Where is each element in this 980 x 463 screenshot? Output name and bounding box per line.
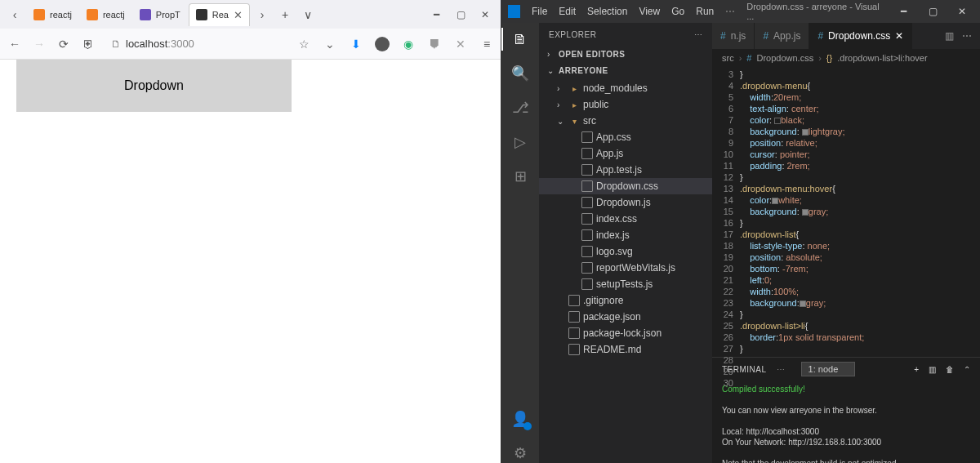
tree-item[interactable]: ›▸node_modules	[539, 80, 712, 96]
split-terminal-icon[interactable]: ▥	[929, 365, 936, 374]
reload-button[interactable]: ⟳	[56, 38, 72, 51]
editor-tab[interactable]: #n.js	[712, 23, 755, 49]
tree-item[interactable]: App.css	[539, 129, 712, 145]
kill-terminal-icon[interactable]: 🗑	[946, 365, 954, 374]
explorer-icon[interactable]: 🗎	[510, 29, 530, 49]
open-editors-section[interactable]: › OPEN EDITORS	[539, 46, 712, 62]
tree-label: package-lock.json	[583, 327, 662, 339]
tree-item[interactable]: Dropdown.css	[539, 178, 712, 194]
editor-tab[interactable]: #Dropdown.css✕	[809, 23, 912, 49]
menu-icon[interactable]: ≡	[479, 37, 494, 51]
tree-item[interactable]: ⌄▾src	[539, 113, 712, 129]
tree-label: index.js	[596, 229, 630, 241]
tree-label: .gitignore	[583, 295, 623, 306]
url-text: localhost:3000	[126, 38, 194, 50]
menu-file[interactable]: File	[532, 6, 547, 17]
browser-tab[interactable]: Rea✕	[189, 3, 250, 26]
new-tab-button[interactable]: +	[274, 8, 296, 21]
tree-item[interactable]: setupTests.js	[539, 276, 712, 292]
file-icon	[581, 197, 593, 208]
ext-icon-3[interactable]: ⛊	[427, 37, 442, 51]
insecure-icon: 🗋	[111, 38, 121, 50]
panel-toggle-icon[interactable]: ⌃	[964, 365, 970, 374]
tree-item[interactable]: App.js	[539, 145, 712, 162]
menu-run[interactable]: Run	[696, 6, 714, 17]
tree-item[interactable]: Dropdown.js	[539, 194, 712, 211]
tree-item[interactable]: reportWebVitals.js	[539, 260, 712, 276]
vs-minimize-button[interactable]: ━	[892, 6, 915, 17]
editor-more-icon[interactable]: ⋯	[962, 30, 972, 42]
chevron-right-icon: ›	[547, 50, 555, 59]
browser-tab[interactable]: reactj	[80, 3, 131, 26]
source-control-icon[interactable]: ⎇	[510, 98, 530, 118]
vs-maximize-button[interactable]: ▢	[921, 6, 944, 17]
tree-label: setupTests.js	[596, 278, 653, 290]
terminal-shell-select[interactable]: 1: node	[801, 362, 856, 376]
tabs-dropdown-icon[interactable]: ∨	[296, 8, 319, 21]
dropdown-menu[interactable]: Dropdown	[16, 60, 292, 112]
editor-tab[interactable]: #App.js	[755, 23, 809, 49]
tree-item[interactable]: index.css	[539, 211, 712, 227]
bookmark-icon[interactable]: ☆	[296, 37, 311, 51]
extensions-icon[interactable]: ⊞	[510, 167, 530, 186]
tree-item[interactable]: ›▸public	[539, 96, 712, 113]
terminal-more-icon[interactable]: ⋯	[777, 365, 785, 374]
back-button[interactable]: ←	[7, 38, 23, 51]
folder-icon: ▸	[568, 82, 580, 94]
accounts-icon[interactable]: 👤	[510, 409, 530, 429]
ext-icon-2[interactable]: ◉	[401, 37, 416, 51]
download-icon[interactable]: ⬇	[349, 37, 363, 51]
menu-overflow-icon[interactable]: ⋯	[725, 6, 735, 17]
tab-next-icon[interactable]: ›	[251, 8, 274, 21]
vs-close-button[interactable]: ✕	[951, 6, 973, 17]
tab-close-icon[interactable]: ✕	[895, 30, 903, 42]
minimap[interactable]	[947, 67, 980, 357]
menu-go[interactable]: Go	[671, 6, 684, 17]
tab-close-icon[interactable]: ✕	[234, 9, 243, 21]
breadcrumbs[interactable]: src› #Dropdown.css› {}.dropdown-list>li:…	[712, 49, 980, 67]
file-icon	[568, 327, 580, 339]
tree-item[interactable]: .gitignore	[539, 292, 712, 309]
tree-item[interactable]: index.js	[539, 227, 712, 243]
tree-label: node_modules	[583, 82, 648, 94]
tree-item[interactable]: App.test.js	[539, 162, 712, 178]
chevron-icon: ›	[557, 84, 565, 93]
explorer-more-icon[interactable]: ⋯	[694, 30, 703, 39]
search-icon[interactable]: 🔍	[510, 64, 530, 83]
win-maximize-button[interactable]: ▢	[448, 9, 473, 20]
ext-icon-4[interactable]: ✕	[453, 37, 468, 51]
address-bar[interactable]: 🗋 localhost:3000	[105, 34, 268, 53]
menu-edit[interactable]: Edit	[559, 6, 576, 17]
tree-item[interactable]: package-lock.json	[539, 325, 712, 341]
shield-icon[interactable]: ⛨	[80, 38, 96, 51]
tree-item[interactable]: package.json	[539, 309, 712, 325]
favicon-icon	[87, 9, 98, 20]
split-editor-icon[interactable]: ▥	[945, 30, 954, 42]
settings-gear-icon[interactable]: ⚙	[510, 443, 530, 463]
win-minimize-button[interactable]: ━	[424, 9, 448, 20]
tab-label: App.js	[773, 30, 800, 42]
code-content[interactable]: }.dropdown-menu{ width:20rem; text-align…	[740, 67, 980, 357]
new-terminal-icon[interactable]: +	[914, 365, 919, 374]
tree-item[interactable]: logo.svg	[539, 243, 712, 260]
editor[interactable]: 3456789101112131415161718192021222324252…	[712, 67, 980, 357]
tree-label: App.test.js	[596, 164, 642, 176]
terminal-output[interactable]: Compiled successfully! You can now view …	[712, 381, 980, 463]
tree-label: Dropdown.js	[596, 197, 651, 208]
win-close-button[interactable]: ✕	[473, 9, 497, 20]
tree-item[interactable]: README.md	[539, 341, 712, 358]
browser-tab[interactable]: PropT	[133, 3, 187, 26]
menu-view[interactable]: View	[639, 6, 660, 17]
project-root[interactable]: ⌄ ARREYONE	[539, 62, 712, 78]
badge-icon	[523, 422, 532, 430]
favicon-icon	[196, 9, 207, 20]
tree-label: reportWebVitals.js	[596, 262, 675, 274]
file-icon	[581, 180, 593, 192]
run-debug-icon[interactable]: ▷	[510, 132, 530, 152]
browser-tab[interactable]: reactj	[27, 3, 78, 26]
ext-icon-1[interactable]	[375, 37, 390, 51]
menu-selection[interactable]: Selection	[587, 6, 627, 17]
tab-prev-icon[interactable]: ‹	[3, 8, 26, 21]
pocket-icon[interactable]: ⌄	[323, 37, 337, 51]
tree-label: index.css	[596, 213, 637, 225]
